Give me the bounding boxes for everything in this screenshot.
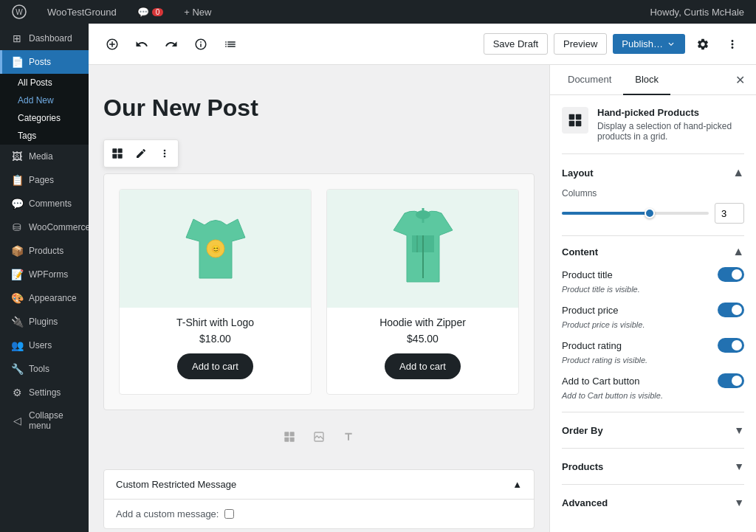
wpforms-icon: 📝	[11, 269, 23, 280]
toggle-hint-product-title: Product title is visible.	[562, 285, 744, 294]
tools-icon: 🔧	[11, 363, 23, 375]
columns-slider[interactable]	[562, 212, 709, 215]
columns-input[interactable]	[715, 203, 744, 224]
text-view-btn[interactable]	[337, 425, 360, 449]
collapse-menu-btn[interactable]: ◁ Collapse menu	[0, 404, 89, 437]
svg-rect-12	[290, 432, 295, 436]
sidebar-item-label: Users	[29, 340, 52, 350]
comment-icon: 💬	[137, 7, 149, 18]
sidebar-item-appearance[interactable]: 🎨 Appearance	[0, 286, 89, 310]
product-price-toggle[interactable]	[718, 303, 744, 317]
block-info-title: Hand-picked Products	[597, 107, 744, 118]
grid-view-btn[interactable]	[278, 425, 301, 449]
svg-rect-4	[112, 154, 117, 159]
submenu-tags[interactable]: Tags	[0, 127, 89, 145]
custom-message-checkbox[interactable]	[224, 509, 234, 519]
products-grid: 😊 T-Shirt with Logo $18.00 Add to cart	[119, 189, 519, 395]
add-block-button[interactable]	[100, 32, 124, 56]
add-to-cart-toggle[interactable]	[718, 373, 744, 388]
panel-close-button[interactable]: ✕	[729, 69, 750, 90]
preview-button[interactable]: Preview	[554, 33, 607, 55]
save-draft-button[interactable]: Save Draft	[484, 33, 548, 55]
sidebar-item-comments[interactable]: 💬 Comments	[0, 192, 89, 215]
comments-link[interactable]: 💬 0	[131, 0, 170, 24]
content-section-header[interactable]: Content ▲	[562, 245, 744, 258]
howdy-menu[interactable]: Howdy, Curtis McHale	[644, 0, 750, 24]
sidebar-item-label: Products	[29, 246, 63, 256]
undo-button[interactable]	[130, 32, 154, 56]
users-icon: 👥	[11, 339, 23, 351]
svg-rect-19	[576, 121, 582, 127]
sidebar-item-label: Posts	[29, 57, 51, 67]
edit-block-button[interactable]	[131, 143, 151, 164]
product-info-1: T-Shirt with Logo $18.00 Add to cart	[120, 308, 311, 394]
sidebar-item-label: WPForms	[29, 269, 68, 280]
block-bottom-toolbar	[103, 419, 535, 455]
sidebar-item-label: Media	[29, 151, 53, 162]
sidebar-item-tools[interactable]: 🔧 Tools	[0, 357, 89, 381]
submenu-all-posts[interactable]: All Posts	[0, 74, 89, 91]
custom-message-label: Add a custom message:	[116, 508, 219, 519]
submenu-categories[interactable]: Categories	[0, 109, 89, 127]
sidebar-item-users[interactable]: 👥 Users	[0, 334, 89, 357]
settings-button[interactable]	[691, 32, 715, 56]
order-by-header[interactable]: Order By ▼	[562, 421, 744, 439]
block-type-button[interactable]	[107, 143, 128, 164]
site-name-link[interactable]: WooTestGround	[41, 0, 123, 24]
list-view-button[interactable]	[219, 32, 242, 56]
product-title-toggle[interactable]	[718, 267, 744, 282]
block-info: Hand-picked Products Display a selection…	[562, 107, 744, 154]
publish-button[interactable]: Publish…	[613, 34, 685, 54]
block-wrapper: 😊 T-Shirt with Logo $18.00 Add to cart	[103, 139, 535, 455]
svg-text:W: W	[16, 8, 23, 16]
advanced-section: Advanced ▼	[562, 484, 744, 520]
svg-rect-2	[112, 148, 117, 153]
sidebar-item-posts[interactable]: 📄 Posts	[0, 50, 89, 74]
add-to-cart-btn-1[interactable]: Add to cart	[177, 353, 253, 379]
admin-bar: W WooTestGround 💬 0 + New Howdy, Curtis …	[0, 0, 756, 24]
media-icon: 🖼	[11, 151, 23, 162]
sidebar-item-label: Comments	[29, 198, 72, 209]
product-card-2: Hoodie with Zipper $45.00 Add to cart	[326, 189, 519, 395]
slider-thumb	[645, 208, 655, 218]
posts-submenu: All Posts Add New Categories Tags	[0, 74, 89, 145]
sidebar-item-wpforms[interactable]: 📝 WPForms	[0, 263, 89, 286]
new-content-link[interactable]: + New	[178, 0, 217, 24]
pages-icon: 📋	[11, 174, 23, 186]
more-options-button[interactable]	[721, 32, 744, 56]
layout-chevron-up-icon: ▲	[732, 166, 744, 179]
products-header[interactable]: Products ▼	[562, 457, 744, 475]
tab-block[interactable]: Block	[623, 65, 670, 95]
sidebar-item-settings[interactable]: ⚙ Settings	[0, 381, 89, 404]
svg-rect-3	[118, 148, 123, 153]
layout-section-header[interactable]: Layout ▲	[562, 166, 744, 179]
submenu-add-new[interactable]: Add New	[0, 91, 89, 109]
sidebar-item-label: Settings	[29, 387, 61, 398]
sidebar-item-label: Tools	[29, 364, 49, 374]
sidebar-item-dashboard[interactable]: ⊞ Dashboard	[0, 27, 89, 50]
sidebar-item-label: Appearance	[29, 293, 77, 303]
sidebar-item-media[interactable]: 🖼 Media	[0, 145, 89, 168]
product-price-1: $18.00	[128, 333, 302, 345]
sidebar-item-plugins[interactable]: 🔌 Plugins	[0, 310, 89, 334]
wp-logo-link[interactable]: W	[6, 0, 32, 24]
woocommerce-icon: ⛁	[11, 221, 23, 233]
custom-message-header[interactable]: Custom Restricted Message ▲	[104, 470, 534, 499]
product-rating-toggle[interactable]	[718, 338, 744, 353]
block-options-button[interactable]	[154, 143, 175, 164]
post-title[interactable]: Our New Post	[103, 94, 535, 122]
image-view-btn[interactable]	[307, 425, 331, 449]
sidebar-item-pages[interactable]: 📋 Pages	[0, 168, 89, 192]
toggle-hint-add-to-cart: Add to Cart button is visible.	[562, 391, 744, 400]
columns-label: Columns	[562, 188, 744, 198]
sidebar-item-products[interactable]: 📦 Products	[0, 239, 89, 263]
tab-document[interactable]: Document	[556, 65, 623, 95]
products-section-title: Products	[562, 461, 603, 472]
order-by-title: Order By	[562, 425, 603, 436]
advanced-header[interactable]: Advanced ▼	[562, 494, 744, 511]
redo-button[interactable]	[159, 32, 183, 56]
add-to-cart-btn-2[interactable]: Add to cart	[385, 353, 461, 379]
info-button[interactable]	[189, 32, 213, 56]
sidebar-item-woocommerce[interactable]: ⛁ WooCommerce	[0, 215, 89, 239]
editor-content: Our New Post	[89, 65, 756, 532]
